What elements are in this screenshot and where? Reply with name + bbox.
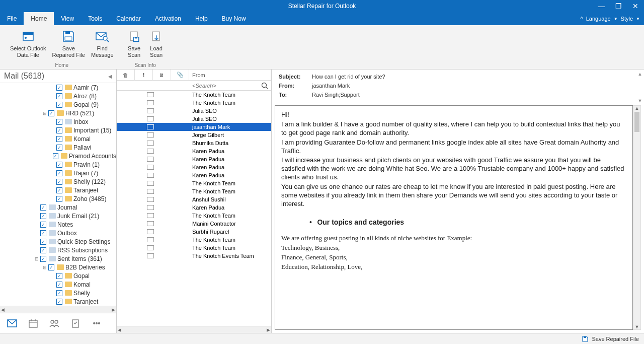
folder-tree-item[interactable]: ✓ Outbox	[0, 229, 116, 237]
folder-tree-item[interactable]: ✓ Important (15)	[0, 126, 116, 134]
folder-checkbox[interactable]: ✓	[56, 145, 62, 151]
folder-checkbox[interactable]: ✓	[56, 290, 62, 296]
folder-checkbox[interactable]: ✓	[56, 273, 62, 279]
message-row[interactable]: Jorge Gilbert	[117, 131, 271, 139]
folder-tree-item[interactable]: ⊟ ✓ HRD (521)	[0, 109, 116, 117]
style-dropdown[interactable]: Style	[621, 16, 633, 22]
folder-tree-item[interactable]: ✓ Aamir (7)	[0, 83, 116, 92]
folder-checkbox[interactable]: ✓	[56, 170, 62, 176]
save-scan-button[interactable]: Save Scan	[124, 27, 144, 61]
message-row[interactable]: Karen Padua	[117, 155, 271, 163]
menu-activation[interactable]: Activation	[148, 12, 188, 25]
search-icon[interactable]	[261, 82, 268, 89]
folder-tree-item[interactable]: ✓ RSS Subscriptions	[0, 246, 116, 254]
folder-checkbox[interactable]: ✓	[48, 110, 54, 116]
message-row[interactable]: Karen Padua	[117, 147, 271, 155]
message-row[interactable]: The Knotch Team	[117, 187, 271, 195]
expand-toggle-icon[interactable]: ⊟	[42, 111, 47, 116]
folder-tree-item[interactable]: ✓ Journal	[0, 203, 116, 212]
folder-checkbox[interactable]: ✓	[56, 196, 62, 202]
folder-checkbox[interactable]: ✓	[56, 187, 62, 193]
collapse-tree-icon[interactable]: ◀	[108, 74, 112, 79]
message-row[interactable]: Karen Padua	[117, 171, 271, 179]
folder-tree-item[interactable]: ✓ Shelly	[0, 289, 116, 297]
message-row[interactable]: Manini Contractor	[117, 220, 271, 228]
language-dropdown[interactable]: Language	[586, 16, 611, 22]
folder-tree-item[interactable]: ✓ Junk Email (21)	[0, 212, 116, 220]
message-row[interactable]: The Knotch Team	[117, 236, 271, 244]
folder-checkbox[interactable]: ✓	[40, 256, 46, 262]
folder-checkbox[interactable]: ✓	[56, 127, 62, 133]
folder-checkbox[interactable]: ✓	[56, 102, 62, 108]
more-nav-icon[interactable]: •••	[92, 318, 102, 328]
folder-tree-item[interactable]: ✓ Gopal	[0, 271, 116, 280]
menu-view[interactable]: View	[54, 12, 81, 25]
search-input[interactable]	[117, 83, 271, 89]
load-scan-button[interactable]: Load Scan	[146, 27, 167, 61]
folder-tree-item[interactable]: ✓ Zoho (3485)	[0, 194, 116, 203]
folder-checkbox[interactable]: ✓	[40, 247, 46, 253]
message-row[interactable]: The Knotch Team	[117, 99, 271, 107]
menu-tools[interactable]: Tools	[81, 12, 109, 25]
folder-checkbox[interactable]: ✓	[56, 93, 62, 99]
mail-nav-icon[interactable]	[7, 318, 17, 328]
folder-tree-item[interactable]: ✓ Gopal (9)	[0, 100, 116, 109]
folder-tree-item[interactable]: ✓ Notes	[0, 220, 116, 229]
menu-buy-now[interactable]: Buy Now	[215, 12, 253, 25]
tasks-nav-icon[interactable]	[70, 318, 80, 328]
folder-checkbox[interactable]: ✓	[56, 299, 62, 305]
folder-tree-item[interactable]: ✓ Komal	[0, 280, 116, 289]
expand-toggle-icon[interactable]: ⊟	[34, 256, 39, 261]
col-delete[interactable]: 🗑	[117, 70, 135, 80]
message-list[interactable]: The Knotch Team The Knotch Team Julia SE…	[117, 91, 271, 326]
message-row[interactable]: The Knotch Team	[117, 244, 271, 252]
message-row[interactable]: The Knotch Team	[117, 91, 271, 99]
folder-checkbox[interactable]: ✓	[53, 153, 58, 159]
folder-checkbox[interactable]: ✓	[56, 119, 62, 125]
folder-checkbox[interactable]: ✓	[56, 136, 62, 142]
folder-checkbox[interactable]: ✓	[56, 162, 62, 168]
save-repaired-file-button[interactable]: Save Repaired File	[50, 27, 87, 61]
folder-tree-item[interactable]: ✓ Rajan (7)	[0, 169, 116, 177]
tree-horizontal-scrollbar[interactable]: ◀▶	[0, 306, 116, 313]
message-row[interactable]: The Knotch Team	[117, 179, 271, 187]
col-from[interactable]: From	[189, 70, 271, 80]
folder-tree-item[interactable]: ✓ Quick Step Settings	[0, 237, 116, 246]
folder-checkbox[interactable]: ✓	[40, 204, 46, 211]
message-row[interactable]: Karen Padua	[117, 163, 271, 171]
message-row[interactable]: The Knotch Team	[117, 212, 271, 220]
body-scrollbar[interactable]: ▲ ▼	[633, 105, 641, 330]
folder-checkbox[interactable]: ✓	[56, 179, 62, 185]
message-row[interactable]: Julia SEO	[117, 107, 271, 115]
message-row[interactable]: Surbhi Ruparel	[117, 228, 271, 236]
expand-toggle-icon[interactable]: ⊟	[42, 265, 47, 270]
folder-checkbox[interactable]: ✓	[56, 282, 62, 288]
folder-checkbox[interactable]: ✓	[40, 222, 46, 228]
folder-checkbox[interactable]: ✓	[40, 239, 46, 245]
close-button[interactable]: ✕	[627, 0, 644, 12]
message-row[interactable]: The Knotch Events Team	[117, 252, 271, 260]
folder-checkbox[interactable]: ✓	[56, 85, 62, 91]
save-repaired-file-status-icon[interactable]	[582, 335, 589, 342]
message-body[interactable]: Hi! I am a link builder & I have a good …	[275, 105, 633, 330]
contacts-nav-icon[interactable]	[49, 318, 59, 328]
folder-tree-item[interactable]: ⊟ ✓ B2B Deliveries	[0, 263, 116, 271]
col-type[interactable]: 🗎	[153, 70, 171, 80]
folder-tree[interactable]: ✓ Aamir (7) ✓ Afroz (8) ✓ Gopal (9) ⊟ ✓ …	[0, 83, 116, 306]
folder-tree-item[interactable]: ✓ Pramod Accounts	[0, 152, 116, 160]
folder-tree-item[interactable]: ✓ Inbox	[0, 117, 116, 126]
folder-tree-item[interactable]: ✓ Pallavi	[0, 143, 116, 152]
maximize-button[interactable]: ❐	[610, 0, 627, 12]
header-scrollbar[interactable]: ▲▼	[636, 70, 644, 105]
folder-tree-item[interactable]: ✓ Taranjeet	[0, 186, 116, 194]
minimize-button[interactable]: —	[593, 0, 610, 12]
folder-tree-item[interactable]: ✓ Shelly (122)	[0, 177, 116, 186]
message-row[interactable]: Karen Padua	[117, 203, 271, 212]
msglist-horizontal-scrollbar[interactable]: ◀▶	[117, 326, 271, 333]
folder-tree-item[interactable]: ✓ Taranjeet	[0, 297, 116, 306]
message-row[interactable]: Bhumika Dutta	[117, 139, 271, 147]
menu-file[interactable]: File	[0, 12, 24, 25]
menu-help[interactable]: Help	[188, 12, 215, 25]
message-row[interactable]: Julia SEO	[117, 115, 271, 123]
folder-checkbox[interactable]: ✓	[40, 230, 46, 236]
